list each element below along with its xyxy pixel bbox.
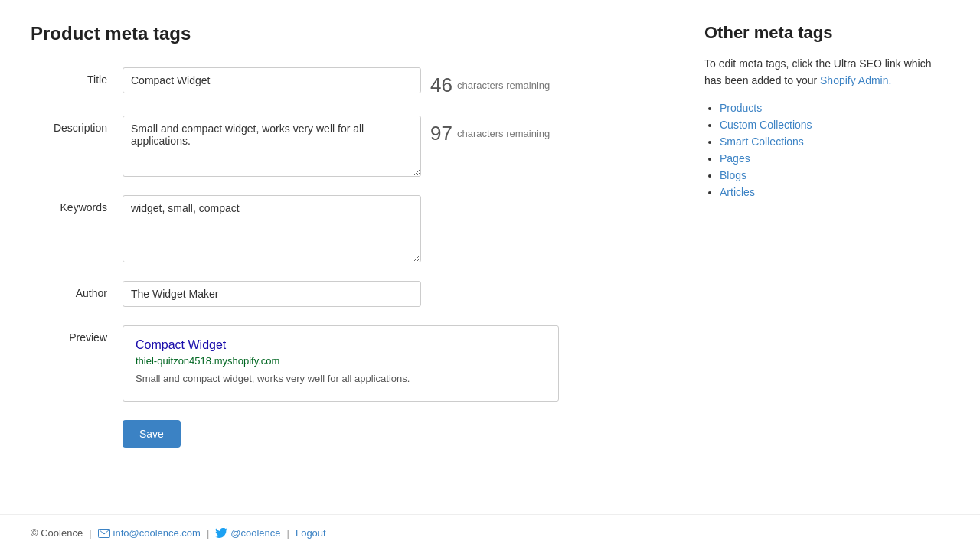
keywords-row: Keywords widget, small, compact: [31, 195, 658, 262]
preview-box: Compact Widget thiel-quitzon4518.myshopi…: [122, 325, 559, 402]
description-chars-label: characters remaining: [457, 128, 550, 139]
preview-url: thiel-quitzon4518.myshopify.com: [136, 355, 546, 367]
preview-row: Preview Compact Widget thiel-quitzon4518…: [31, 325, 658, 402]
title-chars-number: 46: [430, 73, 452, 97]
email-item: info@coolence.com: [98, 527, 201, 539]
shopify-admin-link[interactable]: Shopify Admin.: [820, 74, 891, 86]
description-row: Description Small and compact widget, wo…: [31, 116, 658, 177]
title-chars-remaining: 46 characters remaining: [430, 67, 550, 97]
twitter-link[interactable]: @coolence: [230, 527, 280, 539]
description-chars-number: 97: [430, 122, 452, 145]
separator-2: |: [207, 527, 209, 539]
meta-links-list: Products Custom Collections Smart Collec…: [704, 102, 949, 198]
products-link[interactable]: Products: [720, 102, 762, 114]
list-item: Smart Collections: [720, 135, 949, 148]
copyright: © Coolence: [31, 527, 83, 539]
title-label: Title: [31, 67, 122, 86]
save-button[interactable]: Save: [122, 420, 181, 448]
author-label: Author: [31, 281, 122, 299]
smart-collections-link[interactable]: Smart Collections: [720, 135, 804, 148]
preview-label: Preview: [31, 325, 122, 344]
author-field: [122, 281, 658, 307]
keywords-textarea[interactable]: widget, small, compact: [122, 195, 421, 262]
separator-1: |: [89, 527, 91, 539]
description-label: Description: [31, 116, 122, 134]
list-item: Custom Collections: [720, 119, 949, 131]
preview-title[interactable]: Compact Widget: [136, 338, 546, 352]
list-item: Pages: [720, 152, 949, 165]
title-chars-label: characters remaining: [457, 80, 550, 91]
other-meta-title: Other meta tags: [704, 23, 949, 43]
left-section: Product meta tags Title 46 characters re…: [31, 23, 658, 491]
preview-field: Compact Widget thiel-quitzon4518.myshopi…: [122, 325, 658, 402]
twitter-item: @coolence: [215, 527, 280, 539]
blogs-link[interactable]: Blogs: [720, 169, 746, 181]
other-meta-text: To edit meta tags, click the Ultra SEO l…: [704, 57, 931, 86]
footer: © Coolence | info@coolence.com | @coolen…: [0, 514, 980, 551]
email-icon: [98, 529, 110, 538]
description-chars-remaining: 97 characters remaining: [430, 116, 550, 145]
keywords-label: Keywords: [31, 195, 122, 214]
description-field: Small and compact widget, works very wel…: [122, 116, 658, 177]
list-item: Blogs: [720, 169, 949, 181]
author-row: Author: [31, 281, 658, 307]
logout-link[interactable]: Logout: [296, 527, 326, 539]
keywords-field: widget, small, compact: [122, 195, 658, 262]
separator-3: |: [287, 527, 289, 539]
page-title: Product meta tags: [31, 23, 658, 44]
list-item: Articles: [720, 186, 949, 198]
right-section: Other meta tags To edit meta tags, click…: [704, 23, 949, 491]
preview-description: Small and compact widget, works very wel…: [136, 373, 410, 384]
title-input[interactable]: [122, 67, 421, 93]
author-input[interactable]: [122, 281, 421, 307]
page-wrapper: Product meta tags Title 46 characters re…: [0, 0, 980, 551]
other-meta-description: To edit meta tags, click the Ultra SEO l…: [704, 55, 949, 90]
title-field: 46 characters remaining: [122, 67, 658, 97]
title-row: Title 46 characters remaining: [31, 67, 658, 97]
custom-collections-link[interactable]: Custom Collections: [720, 119, 812, 131]
articles-link[interactable]: Articles: [720, 186, 755, 198]
main-content: Product meta tags Title 46 characters re…: [0, 0, 980, 514]
list-item: Products: [720, 102, 949, 114]
twitter-icon: [215, 528, 227, 539]
description-textarea[interactable]: Small and compact widget, works very wel…: [122, 116, 421, 177]
save-row: Save: [122, 420, 658, 448]
email-link[interactable]: info@coolence.com: [113, 527, 201, 539]
pages-link[interactable]: Pages: [720, 152, 750, 165]
